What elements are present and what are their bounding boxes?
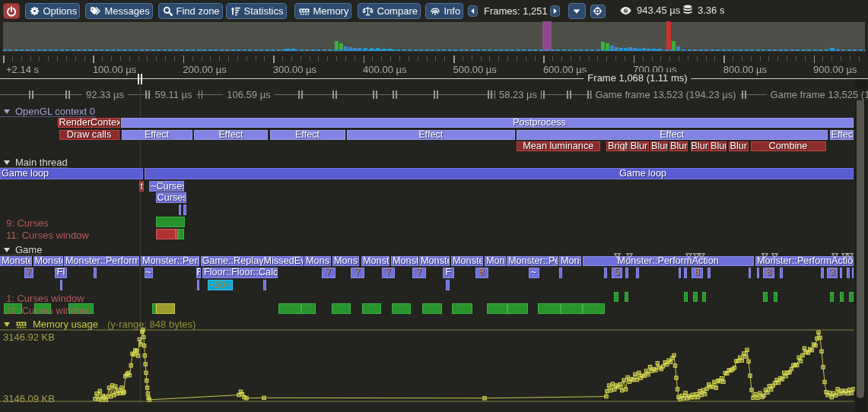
lock-label[interactable]: 9: Curses bbox=[6, 217, 49, 229]
tracy-profiler-window: OptionsMessagesFind zoneStatisticsMemory… bbox=[0, 0, 868, 412]
lock-label[interactable]: 1: Curses window bbox=[6, 293, 84, 304]
memory-plot bbox=[0, 0, 868, 412]
lock-label[interactable]: 11: Curses window bbox=[6, 230, 89, 241]
memory-min-label: 3146.09 KB bbox=[3, 393, 55, 404]
frame-sub-label: 58.23 µs bbox=[495, 89, 541, 100]
scrollbar-thumb[interactable] bbox=[857, 95, 865, 398]
memory-max-label: 3146.92 KB bbox=[3, 331, 55, 343]
frame-sub-label: Game frame 13,523 (194.23 µs) bbox=[591, 89, 739, 100]
frame-sub-label: 106.59 µs bbox=[223, 89, 274, 100]
frame-sub-label: 59.11 µs bbox=[151, 89, 196, 100]
frame-sub-label: 92.33 µs bbox=[82, 89, 128, 100]
frame-main-label: Frame 1,068 (1.11 ms) bbox=[583, 72, 691, 84]
frame-sub-label: Game frame 13,525 (1 bbox=[767, 89, 868, 100]
scrollbar-track[interactable] bbox=[855, 79, 866, 412]
lock-label[interactable]: 11: Curses window bbox=[6, 305, 89, 316]
